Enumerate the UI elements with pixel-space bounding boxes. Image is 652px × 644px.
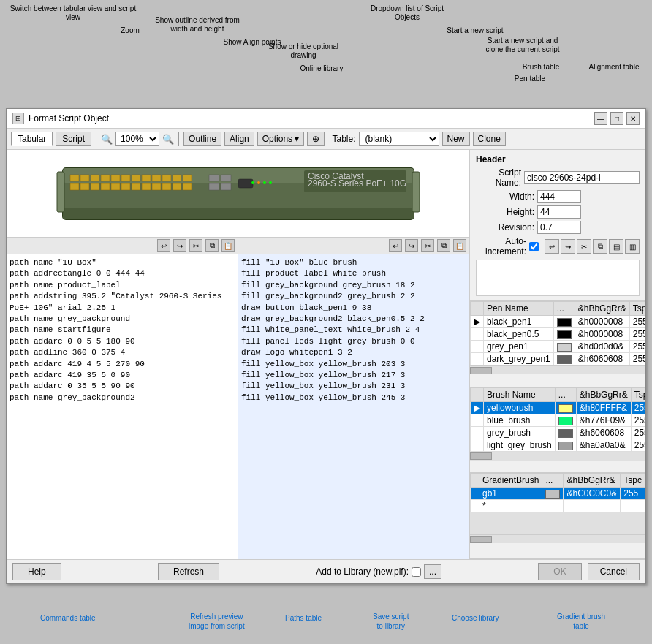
close-button[interactable]: ✕ bbox=[626, 112, 640, 125]
svg-rect-31 bbox=[209, 183, 219, 190]
pen-row-2[interactable]: black_pen0.5 &h0000008 255 bbox=[471, 328, 646, 341]
brush-row-2[interactable]: blue_brush &h776F09& 255 bbox=[471, 414, 646, 426]
pen-row-1[interactable]: ▶ black_pen1 &h0000008 255 bbox=[471, 316, 646, 328]
header-paste1-icon[interactable]: ▤ bbox=[609, 239, 623, 254]
online-button[interactable]: ⊕ bbox=[307, 132, 325, 146]
fill-cut-icon[interactable]: ✂ bbox=[421, 239, 434, 252]
svg-rect-33 bbox=[238, 179, 253, 188]
header-undo-icon[interactable]: ↩ bbox=[545, 239, 559, 254]
header-redo-icon[interactable]: ↪ bbox=[561, 239, 575, 254]
brush-row4-name: light_grey_brush bbox=[484, 439, 556, 451]
maximize-button[interactable]: □ bbox=[610, 112, 623, 125]
paths-redo-icon[interactable]: ↪ bbox=[173, 239, 186, 252]
refresh-button[interactable]: Refresh bbox=[158, 563, 219, 580]
brush-hscroll-bar[interactable] bbox=[470, 452, 492, 460]
add-library-checkbox[interactable] bbox=[412, 567, 421, 577]
tab-script[interactable]: Script bbox=[56, 132, 91, 146]
grad-col-arrow bbox=[471, 474, 479, 488]
brush-hscroll[interactable] bbox=[470, 452, 645, 461]
header-paste2-icon[interactable]: ▥ bbox=[625, 239, 640, 254]
brush-row4-swatch bbox=[555, 439, 576, 451]
brush-row2-swatch bbox=[555, 414, 576, 426]
brush-row1-swatch bbox=[555, 401, 576, 414]
table-select[interactable]: (blank) bbox=[359, 132, 439, 146]
table-label: Table: bbox=[332, 134, 355, 144]
grad-col-hex: &hBbGgRr& bbox=[564, 474, 621, 488]
fill-copy-icon[interactable]: ⧉ bbox=[437, 239, 450, 252]
header-title: Header bbox=[476, 154, 640, 164]
browse-button[interactable]: ... bbox=[424, 564, 441, 579]
pen-row3-arrow bbox=[471, 341, 484, 353]
pen-row1-hex: &h0000008 bbox=[575, 316, 629, 328]
fill-textarea[interactable]: fill "1U Box" blue_brush fill product_la… bbox=[238, 254, 469, 559]
options-button[interactable]: Options ▾ bbox=[257, 132, 305, 146]
paths-paste-icon[interactable]: 📋 bbox=[221, 239, 235, 252]
annotation-dropdown: Dropdown list of Script Objects bbox=[367, 4, 447, 22]
zoom-in-icon: 🔍 bbox=[101, 134, 113, 145]
pen-row2-name: black_pen0.5 bbox=[484, 328, 554, 341]
svg-rect-15 bbox=[173, 175, 181, 181]
paths-copy-icon[interactable]: ⧉ bbox=[205, 239, 219, 252]
brush-table-container: Brush Name ... &hBbGgRr& Tsp ▶ yellowbru… bbox=[470, 387, 645, 474]
width-input[interactable] bbox=[537, 190, 581, 203]
svg-rect-34 bbox=[63, 208, 414, 219]
help-button[interactable]: Help bbox=[12, 563, 61, 580]
paths-cut-icon[interactable]: ✂ bbox=[189, 239, 202, 252]
title-bar: ⊞ Format Script Object — □ ✕ bbox=[7, 109, 645, 129]
clone-button[interactable]: Clone bbox=[473, 132, 506, 146]
ok-button[interactable]: OK bbox=[538, 563, 581, 580]
script-name-input[interactable] bbox=[524, 171, 640, 184]
tables-section: Pen Name ... &hBbGgRr& Tsp ▶ black_pen1 bbox=[470, 301, 645, 559]
outline-button[interactable]: Outline bbox=[183, 132, 221, 146]
brush-row-3[interactable]: grey_brush &h6060608 255 bbox=[471, 426, 646, 439]
tab-tabular[interactable]: Tabular bbox=[11, 132, 53, 146]
header-copy-icon[interactable]: ⧉ bbox=[593, 239, 607, 254]
pen-row-3[interactable]: grey_pen1 &hd0d0d0& 255 bbox=[471, 341, 646, 353]
brush-row3-arrow bbox=[471, 426, 484, 439]
brush-row4-arrow bbox=[471, 439, 484, 451]
pen-row3-hex: &hd0d0d0& bbox=[575, 341, 629, 353]
brush-row2-name: blue_brush bbox=[484, 414, 556, 426]
svg-rect-35 bbox=[57, 172, 64, 212]
paths-undo-icon[interactable]: ↩ bbox=[157, 239, 170, 252]
grad-col-dots: ... bbox=[542, 474, 564, 488]
pen-table: Pen Name ... &hBbGgRr& Tsp ▶ black_pen1 bbox=[470, 301, 645, 365]
minimize-button[interactable]: — bbox=[594, 112, 607, 125]
fill-undo-icon[interactable]: ↩ bbox=[389, 239, 402, 252]
brush-row-4[interactable]: light_grey_brush &ha0a0a0& 255 bbox=[471, 439, 646, 451]
grad-row1-arrow bbox=[471, 488, 479, 500]
brush-row2-arrow bbox=[471, 414, 484, 426]
pen-row2-tsp: 255 bbox=[629, 328, 645, 341]
height-input[interactable] bbox=[537, 205, 581, 219]
svg-rect-10 bbox=[121, 175, 130, 181]
grad-hscroll-bar[interactable] bbox=[470, 536, 492, 543]
revision-input[interactable] bbox=[537, 221, 581, 234]
pen-hscroll-bar[interactable] bbox=[470, 367, 492, 374]
annotation-clone: Start a new script and clone the current… bbox=[479, 37, 566, 54]
annotation-new-script: Start a new script bbox=[439, 26, 512, 35]
zoom-select[interactable]: 100% 50% 150% 200% bbox=[115, 132, 159, 146]
pen-table-container: Pen Name ... &hBbGgRr& Tsp ▶ black_pen1 bbox=[470, 301, 645, 387]
pen-row-4[interactable]: dark_grey_pen1 &h6060608 255 bbox=[471, 353, 646, 365]
fill-paste-icon[interactable]: 📋 bbox=[453, 239, 466, 252]
grad-row1-name: gb1 bbox=[479, 488, 542, 500]
brush-row-1[interactable]: ▶ yellowbrush &h80FFFF& 255 bbox=[471, 401, 646, 414]
brush-row2-hex: &h776F09& bbox=[576, 414, 631, 426]
fill-redo-icon[interactable]: ↪ bbox=[405, 239, 418, 252]
height-row: Height: bbox=[476, 205, 640, 219]
new-button[interactable]: New bbox=[442, 132, 470, 146]
header-cut-icon[interactable]: ✂ bbox=[577, 239, 591, 254]
pen-row4-tsp: 255 bbox=[629, 353, 645, 365]
pen-hscroll[interactable] bbox=[470, 365, 645, 374]
svg-rect-22 bbox=[121, 183, 130, 190]
align-button[interactable]: Align bbox=[224, 132, 254, 146]
pen-row4-arrow bbox=[471, 353, 484, 365]
auto-increment-checkbox[interactable] bbox=[529, 242, 539, 251]
svg-rect-24 bbox=[142, 183, 151, 190]
grad-row-star[interactable]: * bbox=[471, 500, 645, 512]
grad-hscroll[interactable] bbox=[470, 534, 645, 543]
cancel-button[interactable]: Cancel bbox=[588, 563, 640, 580]
paths-textarea[interactable]: path name "1U Box" path addrectangle 0 0… bbox=[7, 254, 238, 559]
grad-row-1[interactable]: gb1 &hC0C0C0& 255 bbox=[471, 488, 645, 500]
toolbar: Tabular Script 🔍 100% 50% 150% 200% 🔍 Ou… bbox=[7, 129, 645, 150]
